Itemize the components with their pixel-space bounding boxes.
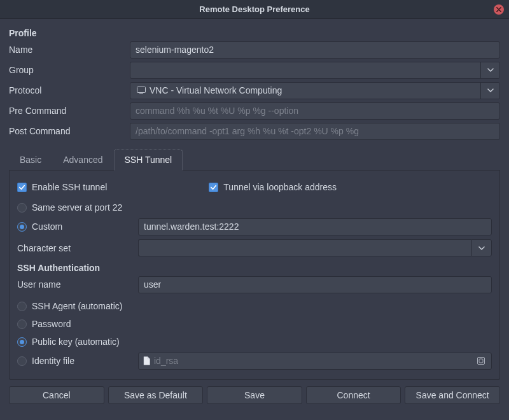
public-key-label: Public key (automatic) bbox=[32, 337, 120, 347]
svg-rect-3 bbox=[479, 359, 483, 363]
row-enable-ssh: Enable SSH tunnel bbox=[17, 179, 107, 195]
ssh-tunnel-panel: Enable SSH tunnel Tunnel via loopback ad… bbox=[9, 171, 500, 380]
password-radio[interactable] bbox=[17, 319, 27, 329]
protocol-value: VNC - Virtual Network Computing bbox=[150, 85, 282, 95]
check-icon bbox=[210, 184, 217, 191]
save-default-button[interactable]: Save as Default bbox=[108, 386, 204, 404]
save-button[interactable]: Save bbox=[207, 386, 302, 404]
row-loopback: Tunnel via loopback address bbox=[209, 179, 337, 195]
check-icon bbox=[18, 184, 25, 191]
chevron-down-icon bbox=[487, 67, 494, 73]
password-label: Password bbox=[32, 319, 71, 329]
close-icon bbox=[496, 7, 501, 12]
row-ssh-agent: SSH Agent (automatic) bbox=[17, 298, 492, 314]
same-server-radio[interactable] bbox=[17, 203, 27, 213]
identity-file-clear-button[interactable] bbox=[475, 354, 487, 367]
row-same-server: Same server at port 22 bbox=[17, 200, 492, 215]
svg-rect-0 bbox=[137, 87, 146, 93]
chevron-down-icon bbox=[487, 87, 494, 94]
custom-server-input[interactable] bbox=[138, 218, 492, 235]
identity-file-radio[interactable] bbox=[17, 356, 27, 366]
cancel-button[interactable]: Cancel bbox=[9, 386, 104, 404]
charset-label: Character set bbox=[17, 243, 138, 253]
clear-icon bbox=[477, 356, 485, 365]
group-dropdown-button[interactable] bbox=[480, 62, 499, 78]
identity-file-input[interactable]: id_rsa bbox=[138, 353, 492, 370]
tab-advanced[interactable]: Advanced bbox=[52, 150, 113, 171]
row-name: Name bbox=[9, 41, 500, 59]
ssh-agent-label: SSH Agent (automatic) bbox=[32, 301, 122, 311]
pre-command-input[interactable] bbox=[130, 102, 500, 120]
row-custom: Custom bbox=[17, 218, 492, 235]
loopback-checkbox[interactable] bbox=[209, 183, 218, 192]
charset-dropdown-button[interactable] bbox=[471, 239, 492, 256]
enable-ssh-label: Enable SSH tunnel bbox=[32, 182, 107, 192]
row-password: Password bbox=[17, 316, 492, 332]
post-command-input[interactable] bbox=[130, 123, 500, 140]
tab-basic[interactable]: Basic bbox=[9, 150, 52, 171]
row-public-key: Public key (automatic) bbox=[17, 334, 492, 349]
row-charset: Character set bbox=[17, 239, 492, 256]
custom-radio[interactable] bbox=[17, 222, 27, 232]
tab-ssh-tunnel[interactable]: SSH Tunnel bbox=[114, 150, 183, 171]
row-protocol: Protocol VNC - Virtual Network Computing bbox=[9, 81, 500, 99]
button-bar: Cancel Save as Default Save Connect Save… bbox=[9, 386, 500, 404]
group-label: Group bbox=[9, 65, 130, 75]
protocol-dropdown-button[interactable] bbox=[480, 83, 499, 99]
ssh-agent-radio[interactable] bbox=[17, 302, 27, 311]
username-label: User name bbox=[17, 279, 138, 290]
protocol-combobox[interactable]: VNC - Virtual Network Computing bbox=[130, 82, 500, 99]
tabs-bar: Basic Advanced SSH Tunnel bbox=[9, 149, 500, 171]
dialog-body: Profile Name Group Protocol VNC - Virtua… bbox=[0, 19, 509, 408]
profile-heading: Profile bbox=[9, 28, 500, 38]
svg-rect-2 bbox=[478, 358, 485, 365]
chevron-down-icon bbox=[478, 245, 485, 251]
file-icon bbox=[143, 356, 150, 365]
ssh-auth-heading: SSH Authentication bbox=[17, 263, 492, 273]
name-label: Name bbox=[9, 45, 130, 55]
post-command-label: Post Command bbox=[9, 126, 130, 136]
public-key-radio[interactable] bbox=[17, 337, 27, 347]
row-post-command: Post Command bbox=[9, 122, 500, 140]
identity-file-label: Identity file bbox=[32, 356, 74, 366]
same-server-label: Same server at port 22 bbox=[32, 202, 122, 213]
protocol-label: Protocol bbox=[9, 85, 130, 95]
custom-label: Custom bbox=[32, 221, 62, 232]
window-close-button[interactable] bbox=[494, 4, 504, 15]
loopback-label: Tunnel via loopback address bbox=[223, 182, 337, 192]
enable-ssh-checkbox[interactable] bbox=[17, 183, 27, 192]
titlebar: Remote Desktop Preference bbox=[0, 0, 509, 19]
name-input[interactable] bbox=[130, 41, 500, 59]
username-input[interactable] bbox=[138, 276, 492, 293]
connect-button[interactable]: Connect bbox=[306, 386, 401, 404]
monitor-icon bbox=[137, 87, 146, 94]
identity-file-placeholder: id_rsa bbox=[154, 356, 471, 366]
save-connect-button[interactable]: Save and Connect bbox=[405, 386, 500, 404]
row-identity-file: Identity file id_rsa bbox=[17, 352, 492, 370]
window-title: Remote Desktop Preference bbox=[199, 4, 309, 14]
row-pre-command: Pre Command bbox=[9, 102, 500, 120]
group-combobox[interactable] bbox=[130, 62, 500, 79]
svg-rect-1 bbox=[139, 94, 143, 94]
charset-input[interactable] bbox=[138, 239, 471, 256]
pre-command-label: Pre Command bbox=[9, 106, 130, 116]
row-group: Group bbox=[9, 61, 500, 79]
row-username: User name bbox=[17, 276, 492, 293]
